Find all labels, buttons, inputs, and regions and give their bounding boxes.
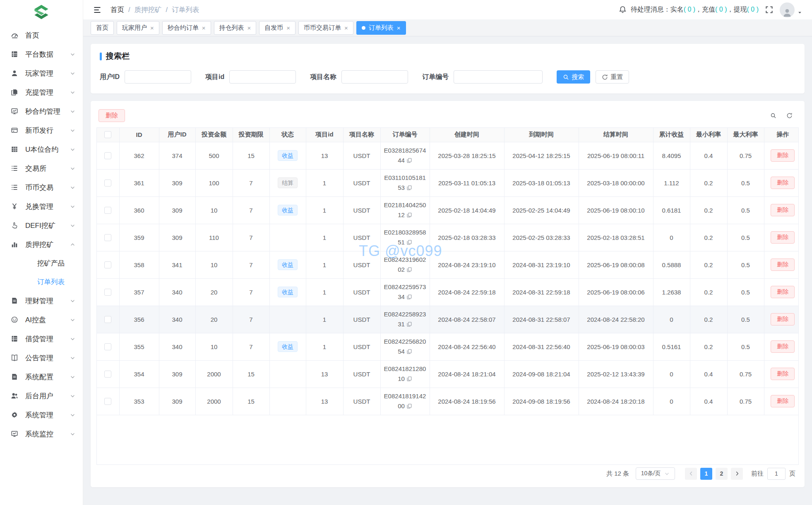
row-delete-button[interactable]: 删除	[771, 204, 795, 216]
sidebar-item-defi-mining[interactable]: DEFI挖矿	[0, 216, 83, 235]
sidebar-item-lending-management[interactable]: 借贷管理	[0, 329, 83, 348]
row-delete-button[interactable]: 删除	[771, 258, 795, 271]
tab-close-icon[interactable]: ×	[150, 25, 154, 31]
row-checkbox[interactable]	[104, 152, 111, 159]
table-refresh-icon[interactable]	[786, 112, 793, 119]
project-id-input[interactable]	[229, 70, 296, 84]
copy-icon[interactable]	[406, 239, 412, 245]
tab-player-user[interactable]: 玩家用户×	[117, 21, 159, 35]
bulk-delete-button[interactable]: 删除	[98, 109, 125, 122]
cell-profit: 0.6181	[653, 196, 690, 224]
row-delete-button[interactable]: 删除	[771, 313, 795, 325]
row-delete-button[interactable]: 删除	[771, 177, 795, 189]
sidebar-item-seconds-contract[interactable]: 秒合约管理	[0, 102, 83, 121]
row-checkbox[interactable]	[104, 371, 111, 378]
cell-project_id: 1	[306, 333, 343, 360]
sidebar-item-new-coin-issue[interactable]: 新币发行	[0, 121, 83, 140]
copy-icon[interactable]	[406, 158, 412, 163]
page-size-select[interactable]: 10条/页	[636, 467, 675, 480]
page-button-1[interactable]: 1	[700, 468, 712, 480]
tab-close-icon[interactable]: ×	[247, 25, 251, 31]
search-button[interactable]: 搜索	[557, 70, 590, 84]
copy-icon[interactable]	[406, 294, 412, 300]
copy-icon[interactable]	[406, 403, 412, 409]
row-delete-button[interactable]: 删除	[771, 395, 795, 407]
bell-icon[interactable]	[619, 6, 627, 14]
row-checkbox[interactable]	[104, 398, 111, 405]
user-menu-caret-icon[interactable]	[798, 10, 802, 15]
sidebar-item-deposit-withdraw[interactable]: 充提管理	[0, 83, 83, 102]
tab-order-list[interactable]: 订单列表×	[356, 21, 406, 35]
row-delete-button[interactable]: 删除	[771, 231, 795, 244]
sidebar-item-announcement[interactable]: 公告管理	[0, 348, 83, 367]
row-checkbox[interactable]	[104, 207, 111, 214]
row-delete-button[interactable]: 删除	[771, 149, 795, 162]
tab-close-icon[interactable]: ×	[202, 25, 206, 31]
row-delete-button[interactable]: 删除	[771, 340, 795, 353]
tab-seconds-orders[interactable]: 秒合约订单×	[162, 21, 211, 35]
copy-icon[interactable]	[406, 267, 412, 273]
prev-page-button[interactable]	[685, 468, 697, 480]
tab-home[interactable]: 首页	[91, 21, 114, 35]
sidebar-item-home[interactable]: 首页	[0, 26, 83, 45]
cell-profit: 0.5888	[653, 251, 690, 278]
sidebar-item-wealth-management[interactable]: 理财管理	[0, 291, 83, 310]
tab-positions[interactable]: 持仓列表×	[214, 21, 257, 35]
copy-icon[interactable]	[406, 349, 412, 354]
row-checkbox[interactable]	[104, 343, 111, 350]
sidebar-item-label: 借贷管理	[25, 334, 53, 344]
breadcrumb-item[interactable]: 首页	[111, 5, 124, 14]
row-checkbox[interactable]	[104, 316, 111, 323]
row-delete-button[interactable]: 删除	[771, 286, 795, 298]
sidebar-item-coin-trade[interactable]: 币币交易	[0, 178, 83, 197]
tab-close-icon[interactable]: ×	[286, 25, 290, 31]
tab-coin-trade-orders[interactable]: 币币交易订单×	[298, 21, 353, 35]
sidebar-item-staking-mining[interactable]: 质押挖矿	[0, 235, 83, 254]
copy-icon[interactable]	[406, 376, 412, 382]
row-checkbox[interactable]	[104, 289, 111, 296]
tab-close-icon[interactable]: ×	[397, 25, 401, 31]
copy-icon[interactable]	[406, 212, 412, 218]
fullscreen-icon[interactable]	[765, 6, 773, 14]
sidebar-item-platform-data[interactable]: 平台数据	[0, 45, 83, 64]
row-checkbox[interactable]	[104, 180, 111, 187]
copy-icon[interactable]	[406, 321, 412, 327]
sidebar-item-swap-management[interactable]: 兑换管理	[0, 197, 83, 216]
sidebar-item-u-margin-contract[interactable]: U本位合约	[0, 140, 83, 159]
row-delete-button[interactable]: 删除	[771, 368, 795, 380]
next-page-button[interactable]	[731, 468, 743, 480]
copy-icon[interactable]	[406, 185, 412, 191]
goto-page-input[interactable]	[767, 468, 786, 480]
tab-self-coin[interactable]: 自发币×	[259, 21, 295, 35]
breadcrumb-item[interactable]: 质押挖矿	[135, 5, 162, 14]
sidebar-item-exchange[interactable]: 交易所	[0, 159, 83, 178]
sidebar-item-admin-users[interactable]: 后台用户	[0, 386, 83, 405]
avatar[interactable]	[780, 2, 795, 17]
breadcrumb-item: 订单列表	[172, 5, 199, 14]
message-1[interactable]: 充值( 0 )	[702, 6, 727, 13]
sidebar-subitem-mining-products[interactable]: 挖矿产品	[0, 254, 83, 273]
project-name-input[interactable]	[341, 70, 408, 84]
message-0[interactable]: 实名( 0 )	[670, 6, 695, 13]
table-search-icon[interactable]	[770, 112, 776, 119]
sidebar-item-system-config[interactable]: 系统配置	[0, 367, 83, 386]
cell-settled_at: 2025-06-19 08:00:03	[579, 333, 653, 360]
tab-close-icon[interactable]: ×	[344, 25, 348, 31]
select-all-checkbox[interactable]	[104, 131, 111, 138]
order-no-input[interactable]	[454, 70, 543, 84]
message-2[interactable]: 提现( 0 )	[734, 6, 759, 13]
sidebar-item-player-management[interactable]: 玩家管理	[0, 64, 83, 83]
pagination-total: 共 12 条	[606, 470, 629, 478]
reset-button[interactable]: 重置	[596, 70, 629, 84]
page-button-2[interactable]: 2	[716, 468, 728, 480]
cell-order-no: E0218032895851	[380, 224, 430, 251]
sidebar-item-ai-control[interactable]: AI控盘	[0, 310, 83, 329]
cell-order-no: E0824225957334	[380, 278, 430, 306]
row-checkbox[interactable]	[104, 261, 111, 268]
row-checkbox[interactable]	[104, 234, 111, 241]
user-id-input[interactable]	[125, 70, 191, 84]
sidebar-item-system-management[interactable]: 系统管理	[0, 405, 83, 424]
sidebar-subitem-order-list[interactable]: 订单列表	[0, 273, 83, 291]
hamburger-icon[interactable]	[93, 6, 101, 14]
sidebar-item-system-monitor[interactable]: 系统监控	[0, 424, 83, 443]
